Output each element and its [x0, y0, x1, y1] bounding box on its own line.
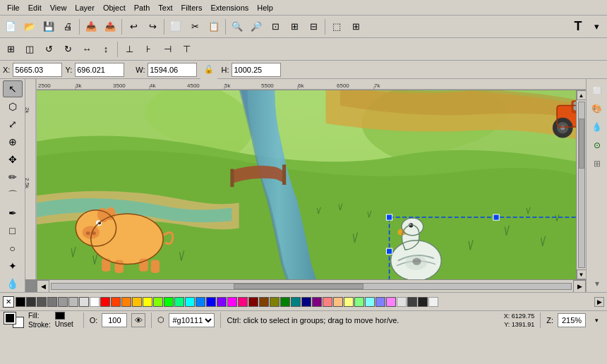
opacity-input[interactable] — [102, 313, 127, 327]
rt-filter[interactable]: ⊙ — [589, 137, 606, 154]
tb-redo[interactable]: ↪ — [143, 18, 162, 36]
tb-undo[interactable]: ↩ — [124, 18, 143, 36]
tb-print[interactable]: 🖨 — [59, 18, 77, 36]
tool-measure[interactable]: ✥ — [3, 151, 23, 168]
tb-cut[interactable]: ✂ — [186, 18, 204, 36]
tb-transform[interactable]: ⬚ — [327, 18, 346, 36]
tool-dropper[interactable]: 💧 — [3, 275, 23, 292]
rt-fill-stroke[interactable]: 🎨 — [589, 100, 606, 117]
rt-more[interactable]: ▾ — [589, 275, 606, 292]
canvas-container[interactable]: 2500 3k 3500 4k 4500 5k 5500 6k 6500 7k — [25, 79, 586, 292]
tb-zoom-out[interactable]: 🔎 — [247, 18, 265, 36]
scrollbar-horizontal[interactable]: ◀ ▶ — [37, 279, 586, 292]
layer-select[interactable]: #g10111 — [169, 313, 215, 327]
tool-select[interactable]: ↖ — [3, 80, 23, 97]
swatch-pale-magenta[interactable] — [386, 297, 396, 307]
w-input[interactable] — [148, 63, 197, 77]
rt-xml[interactable]: ⬜ — [589, 82, 606, 99]
scroll-h-thumb[interactable] — [234, 284, 363, 289]
swatch-1[interactable] — [26, 297, 36, 307]
tool-rectangle[interactable]: □ — [3, 222, 23, 239]
x-input[interactable] — [13, 63, 62, 77]
tb-align-left-edge[interactable]: ⊞ — [1, 40, 20, 59]
fg-color-box[interactable] — [4, 313, 16, 324]
swatch-navy[interactable] — [301, 297, 311, 307]
swatch-3[interactable] — [47, 297, 57, 307]
tb-zoom-page[interactable]: ⊞ — [285, 18, 304, 36]
rt-dropper[interactable]: 💧 — [589, 119, 606, 135]
swatch-peach[interactable] — [333, 297, 343, 307]
tb-dist-bottom[interactable]: ⊤ — [177, 40, 196, 59]
scroll-right-btn[interactable]: ▶ — [573, 280, 586, 293]
swatch-olive[interactable] — [270, 297, 280, 307]
tb-flip-h[interactable]: ↔ — [78, 40, 96, 59]
swatch-7[interactable] — [90, 297, 100, 307]
canvas-inner[interactable] — [37, 90, 586, 279]
swatch-pale-cyan[interactable] — [365, 297, 375, 307]
tb-flip-v[interactable]: ↕ — [97, 40, 115, 59]
h-input[interactable] — [232, 63, 281, 77]
tb-snap[interactable]: ⊞ — [347, 18, 365, 36]
tb-dist-left[interactable]: ⊥ — [120, 40, 138, 59]
swatch-pink[interactable] — [323, 297, 332, 307]
tool-pencil[interactable]: ✏ — [3, 169, 23, 186]
tb-zoom-in[interactable]: 🔍 — [228, 18, 246, 36]
tb-rotate-cw[interactable]: ↻ — [59, 40, 77, 59]
tool-tweak[interactable]: ⤢ — [3, 116, 23, 133]
swatch-yellow[interactable] — [143, 297, 152, 307]
tb-zoom-width[interactable]: ⊟ — [304, 18, 323, 36]
tool-bezier[interactable]: ⌒ — [3, 186, 23, 203]
swatch-spring[interactable] — [174, 297, 184, 307]
swatch-pale-green[interactable] — [354, 297, 364, 307]
remove-color-btn[interactable]: ✕ — [3, 296, 14, 308]
swatch-dark-gray[interactable] — [407, 297, 417, 307]
tb-new[interactable]: 📄 — [1, 18, 20, 36]
scroll-left-btn[interactable]: ◀ — [37, 280, 49, 293]
tb-text-tool[interactable]: T — [569, 18, 587, 36]
menu-file[interactable]: File — [3, 2, 24, 13]
tool-node[interactable]: ⬡ — [3, 98, 23, 115]
swatch-blue[interactable] — [206, 297, 216, 307]
tb-rotate-ccw[interactable]: ↺ — [40, 40, 58, 59]
tool-zoom[interactable]: ⊕ — [3, 133, 23, 150]
menu-layer[interactable]: Layer — [71, 2, 99, 13]
swatch-rose[interactable] — [238, 297, 248, 307]
palette-scroll-right[interactable]: ▶ — [594, 297, 604, 307]
swatch-brown[interactable] — [259, 297, 269, 307]
tool-calligraphy[interactable]: ✒ — [3, 205, 23, 222]
y-input[interactable] — [75, 63, 124, 77]
swatch-near-white[interactable] — [428, 297, 438, 307]
tb-import[interactable]: 📥 — [82, 18, 100, 36]
swatch-light-gray[interactable] — [397, 297, 407, 307]
menu-help[interactable]: Help — [253, 2, 277, 13]
fill-swatch[interactable] — [55, 312, 65, 320]
rt-align[interactable]: ⊞ — [589, 155, 606, 172]
tool-ellipse[interactable]: ○ — [3, 240, 23, 257]
menu-edit[interactable]: Edit — [24, 2, 46, 13]
tb-paste[interactable]: 📋 — [205, 18, 223, 36]
zoom-input[interactable] — [558, 313, 586, 327]
swatch-lime[interactable] — [153, 297, 163, 307]
zoom-dropdown-btn[interactable]: ▾ — [590, 314, 603, 327]
swatch-orange[interactable] — [121, 297, 131, 307]
tb-dist-center[interactable]: ⊣ — [158, 40, 176, 59]
swatch-green[interactable] — [164, 297, 174, 307]
swatch-pale-blue[interactable] — [375, 297, 385, 307]
swatch-orange-red[interactable] — [111, 297, 121, 307]
menu-view[interactable]: View — [46, 2, 71, 13]
swatch-azure[interactable] — [196, 297, 205, 307]
lock-aspect-btn[interactable]: 🔓 — [200, 61, 218, 79]
scrollbar-vertical[interactable]: ▲ ▼ — [576, 90, 586, 279]
scroll-up-btn[interactable]: ▲ — [577, 90, 587, 100]
menu-text[interactable]: Text — [154, 2, 176, 13]
swatch-teal[interactable] — [291, 297, 301, 307]
swatch-violet[interactable] — [217, 297, 227, 307]
swatch-magenta[interactable] — [227, 297, 237, 307]
tb-open[interactable]: 📂 — [20, 18, 39, 36]
menu-extensions[interactable]: Extensions — [206, 2, 253, 13]
swatch-6[interactable] — [79, 297, 89, 307]
scroll-h-track[interactable] — [51, 283, 572, 290]
swatch-purple[interactable] — [312, 297, 322, 307]
swatch-yellow-orange[interactable] — [132, 297, 142, 307]
opacity-eyedropper[interactable]: 👁 — [131, 313, 145, 327]
